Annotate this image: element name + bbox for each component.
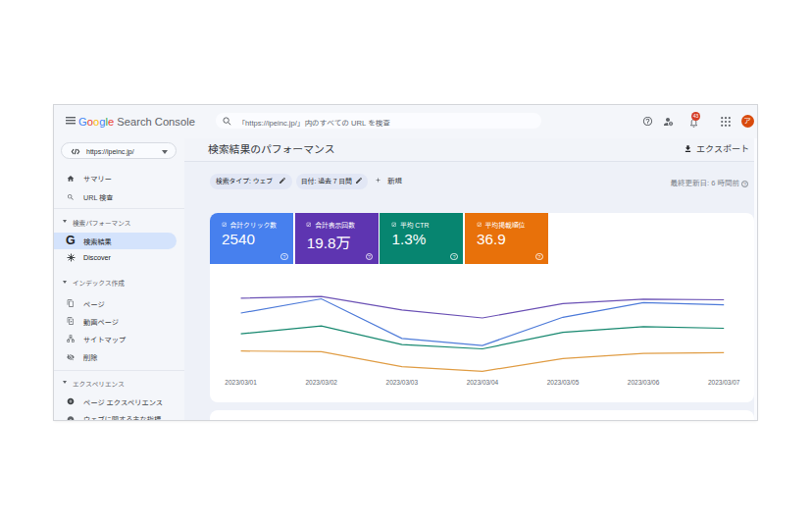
svg-text:2023/03/07: 2023/03/07 [708, 379, 740, 386]
svg-text:2023/03/05: 2023/03/05 [547, 379, 580, 386]
svg-text:2023/03/02: 2023/03/02 [305, 379, 337, 386]
svg-text:2023/03/01: 2023/03/01 [225, 379, 257, 386]
svg-text:2023/03/03: 2023/03/03 [386, 379, 419, 386]
svg-text:2023/03/04: 2023/03/04 [467, 379, 499, 386]
svg-text:2023/03/06: 2023/03/06 [628, 379, 660, 386]
